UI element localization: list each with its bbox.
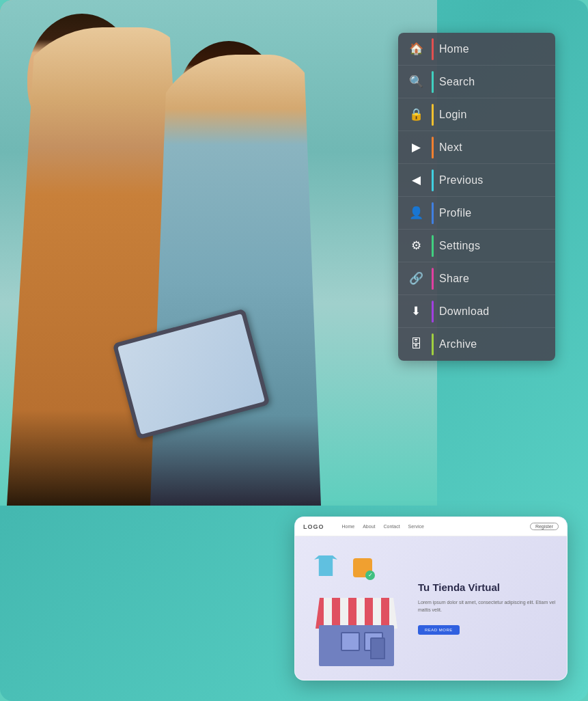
read-more-button[interactable]: READ MORE (418, 625, 460, 635)
website-nav-link-contact[interactable]: Contact (383, 524, 400, 529)
website-nav-links: HomeAboutContactService (342, 524, 424, 529)
login-label: Login (434, 109, 555, 121)
website-navbar: LOGO HomeAboutContactService Register (295, 517, 567, 536)
nav-item-settings[interactable]: ⚙Settings (398, 230, 555, 262)
website-title: Tu Tienda Virtual (418, 581, 560, 594)
next-label: Next (434, 141, 555, 154)
login-icon-area: 🔒 (398, 98, 434, 131)
profile-icon: 👤 (409, 206, 423, 220)
nav-item-previous[interactable]: ◀Previous (398, 164, 555, 197)
store-roof (316, 598, 397, 629)
website-nav-link-service[interactable]: Service (408, 524, 424, 529)
search-label: Search (434, 76, 555, 88)
archive-label: Archive (434, 338, 555, 350)
website-register-button[interactable]: Register (530, 523, 559, 530)
archive-icon-area: 🗄 (398, 328, 434, 361)
settings-label: Settings (434, 240, 555, 252)
website-text-content: Tu Tienda Virtual Lorem ipsum dolor sit … (418, 576, 560, 640)
nav-item-login[interactable]: 🔒Login (398, 98, 555, 131)
main-container: 🏠Home🔍Search🔒Login▶Next◀Previous👤Profile… (0, 0, 588, 701)
next-icon-area: ▶ (398, 131, 434, 164)
search-icon-area: 🔍 (398, 66, 434, 98)
share-icon-area: 🔗 (398, 262, 434, 295)
share-icon: 🔗 (409, 271, 423, 286)
search-icon: 🔍 (409, 74, 423, 89)
profile-label: Profile (434, 207, 555, 219)
archive-icon: 🗄 (410, 338, 422, 351)
settings-icon-area: ⚙ (398, 230, 434, 262)
website-description: Lorem ipsum dolor sit amet, consectetur … (418, 599, 560, 614)
nav-item-archive[interactable]: 🗄Archive (398, 328, 555, 361)
website-nav-link-about[interactable]: About (363, 524, 375, 529)
nav-item-share[interactable]: 🔗Share (398, 262, 555, 295)
login-icon: 🔒 (409, 107, 423, 122)
store-door (370, 637, 385, 659)
download-label: Download (434, 305, 555, 318)
navigation-menu: 🏠Home🔍Search🔒Login▶Next◀Previous👤Profile… (398, 33, 555, 361)
nav-item-download[interactable]: ⬇Download (398, 295, 555, 328)
person-right-body (150, 55, 321, 506)
previous-icon: ◀ (412, 173, 421, 187)
website-illustration (302, 543, 411, 673)
next-icon: ▶ (412, 140, 421, 154)
share-label: Share (434, 273, 555, 285)
settings-icon: ⚙ (411, 238, 421, 253)
photo-background (0, 0, 437, 506)
home-label: Home (434, 43, 555, 55)
store-body (319, 625, 394, 666)
shirt-icon (314, 555, 337, 576)
home-icon: 🏠 (409, 42, 423, 56)
nav-item-profile[interactable]: 👤Profile (398, 197, 555, 230)
box-icon (353, 558, 372, 577)
website-preview-card: LOGO HomeAboutContactService Register (294, 517, 568, 681)
previous-label: Previous (434, 174, 555, 187)
previous-icon-area: ◀ (398, 164, 434, 197)
nav-item-next[interactable]: ▶Next (398, 131, 555, 164)
home-icon-area: 🏠 (398, 33, 434, 66)
website-nav-link-home[interactable]: Home (342, 524, 355, 529)
website-body: Tu Tienda Virtual Lorem ipsum dolor sit … (295, 536, 567, 680)
download-icon-area: ⬇ (398, 295, 434, 328)
nav-item-search[interactable]: 🔍Search (398, 66, 555, 98)
download-icon: ⬇ (411, 304, 421, 318)
website-logo: LOGO (303, 523, 324, 530)
store-window-left (341, 632, 360, 651)
nav-item-home[interactable]: 🏠Home (398, 33, 555, 66)
profile-icon-area: 👤 (398, 197, 434, 230)
